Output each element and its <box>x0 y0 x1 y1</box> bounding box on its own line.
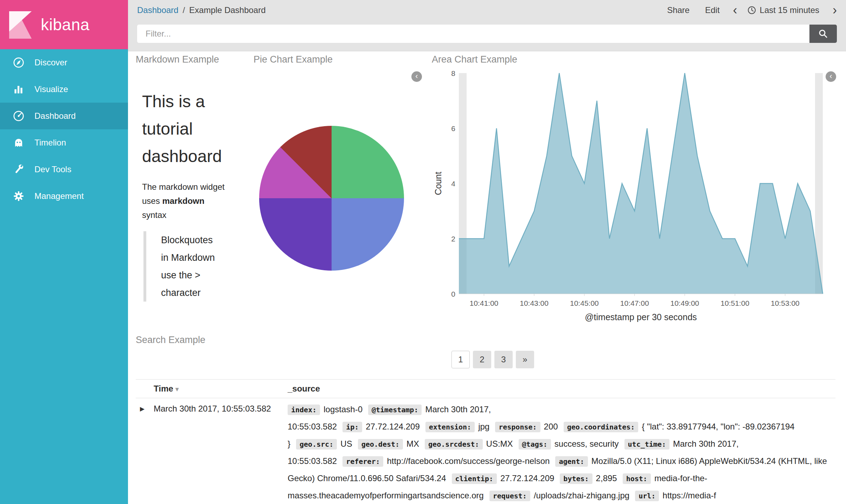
svg-text:8: 8 <box>451 69 455 77</box>
clock-icon <box>747 6 756 15</box>
breadcrumb-link-dashboard[interactable]: Dashboard <box>137 5 178 15</box>
field-value: MX <box>406 439 419 448</box>
svg-text:10:49:00: 10:49:00 <box>671 299 699 307</box>
svg-text:6: 6 <box>451 124 455 133</box>
markdown-paragraph: The markdown widget uses markdown syntax <box>142 180 226 222</box>
sidebar-item-dashboard[interactable]: Dashboard <box>0 103 128 129</box>
sidebar-item-label: Visualize <box>34 84 68 94</box>
svg-text:10:45:00: 10:45:00 <box>570 299 599 307</box>
gauge-icon <box>12 109 25 123</box>
dashboard-content: Markdown Example Pie Chart Example Area … <box>128 51 846 504</box>
kibana-logo[interactable]: kibana <box>0 0 128 49</box>
pie-chart[interactable] <box>259 126 404 271</box>
page-button-1[interactable]: 1 <box>451 351 470 368</box>
source-column-header: _source <box>288 384 835 394</box>
pagination: 123» <box>451 351 534 368</box>
field-value: 27.72.124.209 <box>500 473 554 483</box>
panel-title-area: Area Chart Example <box>432 54 517 65</box>
row-source: index:logstash-0@timestamp:March 30th 20… <box>288 401 835 504</box>
field-name-badge: clientip: <box>452 473 497 484</box>
sidebar-item-dev-tools[interactable]: Dev Tools <box>0 156 128 183</box>
svg-text:0: 0 <box>451 290 455 298</box>
field-value: logstash-0 <box>323 405 363 414</box>
field-value: /uploads/zhai-zhigang.jpg <box>534 491 629 500</box>
gear-icon <box>12 189 25 203</box>
header: Dashboard / Example Dashboard Share Edit… <box>128 0 846 51</box>
breadcrumb-current: Example Dashboard <box>189 5 265 15</box>
page-button-3[interactable]: 3 <box>494 351 513 368</box>
field-name-badge: @timestamp: <box>368 405 422 415</box>
row-time: March 30th 2017, 10:55:03.582 <box>154 401 288 414</box>
page-button-2[interactable]: 2 <box>473 351 491 368</box>
breadcrumb-separator: / <box>182 5 185 15</box>
svg-text:10:51:00: 10:51:00 <box>720 299 749 307</box>
sidebar-nav: Discover Visualize Dashboard Timelion De… <box>0 49 128 209</box>
field-name-badge: agent: <box>555 456 588 467</box>
share-button[interactable]: Share <box>667 5 690 15</box>
area-chart-svg[interactable]: 0246810:41:0010:43:0010:45:0010:47:0010:… <box>434 69 828 315</box>
panel-title-pie: Pie Chart Example <box>254 54 333 65</box>
field-name-badge: response: <box>495 422 540 432</box>
sidebar-item-label: Dev Tools <box>34 164 71 174</box>
page-button-»[interactable]: » <box>516 351 534 368</box>
field-value: https://media-f <box>662 491 716 500</box>
svg-text:Count: Count <box>434 172 443 195</box>
markdown-blockquote: Blockquotes in Markdown use the > charac… <box>143 231 221 302</box>
field-value: 200 <box>544 422 558 431</box>
markdown-paragraph-bold: markdown <box>162 196 204 206</box>
search-button[interactable] <box>809 25 837 43</box>
field-name-badge: geo.src: <box>296 439 337 450</box>
panel-title-search: Search Example <box>136 335 205 345</box>
expand-row-caret-icon[interactable]: ▶ <box>136 401 154 413</box>
doc-table-body: ▶March 30th 2017, 10:55:03.582index:logs… <box>136 398 835 504</box>
compass-icon <box>12 56 25 69</box>
field-name-badge: geo.coordinates: <box>564 422 639 432</box>
breadcrumb: Dashboard / Example Dashboard Share Edit… <box>128 0 846 20</box>
time-column-header[interactable]: Time▾ <box>154 384 288 394</box>
edit-button[interactable]: Edit <box>705 5 719 15</box>
sidebar-item-discover[interactable]: Discover <box>0 49 128 76</box>
table-row: ▶March 30th 2017, 10:55:03.582index:logs… <box>136 398 835 504</box>
sidebar: kibana Discover Visualize Dashboard Time… <box>0 0 128 504</box>
sidebar-item-label: Discover <box>34 58 67 67</box>
sidebar-item-label: Timelion <box>34 138 66 148</box>
svg-text:4: 4 <box>451 180 455 188</box>
svg-text:10:53:00: 10:53:00 <box>771 299 800 307</box>
time-prev-button[interactable]: ‹ <box>733 7 737 14</box>
doc-table-header: Time▾ _source <box>136 379 835 398</box>
kibana-logo-text: kibana <box>41 15 90 34</box>
field-value: http://facebook.com/success/george-nelso… <box>387 456 550 466</box>
markdown-paragraph-text: syntax <box>142 210 166 220</box>
main-area: Dashboard / Example Dashboard Share Edit… <box>128 0 846 504</box>
bar-chart-icon <box>12 83 25 96</box>
sidebar-item-visualize[interactable]: Visualize <box>0 76 128 103</box>
timepicker-button[interactable]: Last 15 minutes <box>747 5 819 15</box>
search-icon <box>818 28 828 39</box>
field-value: US:MX <box>486 439 513 448</box>
field-value: jpg <box>478 422 489 431</box>
svg-text:10:41:00: 10:41:00 <box>470 299 499 307</box>
time-next-button[interactable]: › <box>833 7 837 14</box>
filter-input[interactable] <box>137 25 809 43</box>
time-column-label: Time <box>154 384 173 393</box>
field-name-badge: extension: <box>425 422 475 432</box>
field-name-badge: bytes: <box>560 473 592 484</box>
field-name-badge: @tags: <box>519 439 551 450</box>
sidebar-item-management[interactable]: Management <box>0 183 128 209</box>
area-chart-xaxis-label: @timestamp per 30 seconds <box>459 312 823 322</box>
doc-table: Time▾ _source ▶March 30th 2017, 10:55:03… <box>136 379 835 504</box>
sidebar-item-timelion[interactable]: Timelion <box>0 129 128 156</box>
field-value: success, security <box>555 439 619 448</box>
field-name-badge: referer: <box>342 456 383 467</box>
field-name-badge: geo.dest: <box>358 439 403 450</box>
field-name-badge: geo.srcdest: <box>425 439 483 450</box>
panel-title-markdown: Markdown Example <box>136 54 219 65</box>
field-name-badge: request: <box>489 491 530 501</box>
svg-text:2: 2 <box>451 235 455 243</box>
pie-panel-expand-button[interactable]: ‹ <box>411 71 422 82</box>
field-name-badge: host: <box>623 473 651 484</box>
field-name-badge: url: <box>635 491 659 501</box>
sidebar-item-label: Management <box>34 191 84 201</box>
kibana-logo-icon <box>7 9 34 40</box>
field-value: 2,895 <box>596 473 617 483</box>
